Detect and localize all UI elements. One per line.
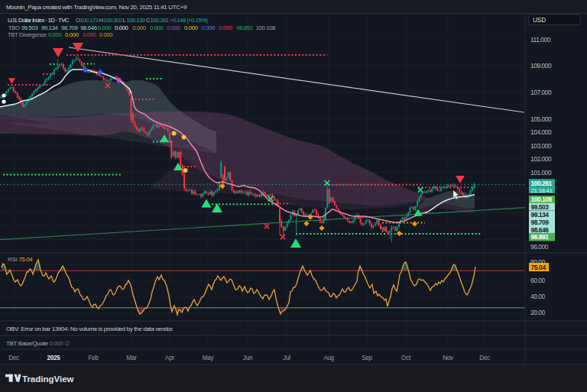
svg-text:Nov: Nov [443,355,454,361]
svg-text:Apr: Apr [165,355,174,361]
svg-text:99.503: 99.503 [531,203,550,211]
svg-text:105.000: 105.000 [530,115,552,123]
svg-text:99.134: 99.134 [531,211,550,219]
svg-text:104.000: 104.000 [530,128,552,136]
svg-text:U.S. Dollar Index · 1D · TVCO1: U.S. Dollar Index · 1D · TVCO100.173H100… [8,17,208,24]
svg-text:Dec: Dec [479,355,490,361]
svg-text:103.000: 103.000 [530,142,552,150]
svg-text:20.00: 20.00 [530,309,546,316]
svg-text:111.000: 111.000 [530,36,551,44]
svg-text:100.261: 100.261 [531,180,553,187]
svg-text:RSI 75.04: RSI 75.04 [8,256,33,263]
svg-text:TBT Base/Quote 0.000 ∅: TBT Base/Quote 0.000 ∅ [6,340,70,347]
svg-text:Dec: Dec [8,355,19,361]
svg-text:Jul: Jul [283,355,290,361]
svg-text:107.000: 107.000 [530,89,552,96]
svg-text:40.00: 40.00 [530,293,546,300]
svg-text:101.000: 101.000 [530,169,552,177]
svg-text:75.04: 75.04 [531,264,546,271]
svg-text:May: May [203,355,215,361]
svg-text:TradingView: TradingView [22,374,74,384]
svg-text:102.000: 102.000 [530,155,552,163]
svg-text:96.000: 96.000 [530,243,549,251]
svg-text:Moonin_Papa created with Tradi: Moonin_Papa created with TradingView.com… [6,4,187,11]
svg-text:Oct: Oct [401,355,411,361]
svg-text:100.108: 100.108 [531,196,553,203]
svg-text:Feb: Feb [88,355,99,361]
svg-text:98.709: 98.709 [531,219,550,226]
svg-text:Mar: Mar [126,355,137,361]
svg-text:Jun: Jun [243,355,253,361]
svg-text:60.00: 60.00 [530,277,546,284]
svg-text:Aug: Aug [323,355,334,361]
svg-text:109.000: 109.000 [530,62,552,70]
svg-text:96.891: 96.891 [531,233,550,241]
svg-text:21:18:41: 21:18:41 [531,187,553,194]
svg-text:USD: USD [533,16,546,24]
svg-text:Sep: Sep [362,355,372,361]
svg-text:2025: 2025 [47,355,60,361]
svg-text:OBV: Error on bar 13904: No vo: OBV: Error on bar 13904: No volume is pr… [6,326,174,332]
svg-text:98.646: 98.646 [531,226,550,234]
